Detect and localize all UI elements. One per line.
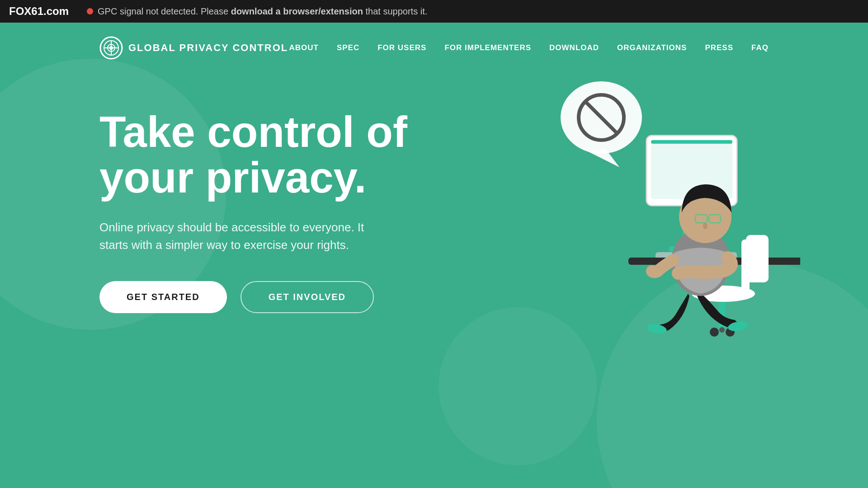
hero-buttons: GET STARTED GET INVOLVED [99, 281, 769, 313]
nav-link-organizations[interactable]: ORGANIZATIONS [617, 43, 687, 52]
hero-section: GLOBAL PRIVACY CONTROL ABOUT SPEC FOR US… [0, 23, 868, 488]
navbar: GLOBAL PRIVACY CONTROL ABOUT SPEC FOR US… [0, 23, 868, 73]
nav-link-for-implementers[interactable]: FOR IMPLEMENTERS [444, 43, 531, 52]
nav-link-for-users[interactable]: FOR USERS [377, 43, 426, 52]
get-involved-button[interactable]: GET INVOLVED [241, 281, 374, 313]
nav-item-faq[interactable]: FAQ [751, 43, 769, 52]
get-started-button[interactable]: GET STARTED [99, 281, 227, 313]
nav-item-organizations[interactable]: ORGANIZATIONS [617, 43, 687, 52]
nav-link-about[interactable]: ABOUT [289, 43, 318, 52]
gpc-notice-text: GPC signal not detected. Please download… [98, 6, 427, 17]
nav-link-download[interactable]: DOWNLOAD [549, 43, 599, 52]
hero-content: Take control of your privacy. Online pri… [0, 73, 868, 313]
nav-links: ABOUT SPEC FOR USERS FOR IMPLEMENTERS DO… [289, 43, 769, 52]
nav-item-spec[interactable]: SPEC [337, 43, 359, 52]
gpc-status-dot [87, 8, 93, 14]
site-name: FOX61.com [9, 5, 69, 18]
logo-area: GLOBAL PRIVACY CONTROL [99, 36, 288, 60]
svg-point-5 [109, 46, 113, 50]
nav-link-press[interactable]: PRESS [705, 43, 733, 52]
nav-item-for-implementers[interactable]: FOR IMPLEMENTERS [444, 43, 531, 52]
logo-icon [99, 36, 123, 60]
hero-subtitle: Online privacy should be accessible to e… [99, 219, 380, 254]
nav-link-spec[interactable]: SPEC [337, 43, 359, 52]
nav-item-about[interactable]: ABOUT [289, 43, 318, 52]
hero-title: Take control of your privacy. [99, 109, 416, 201]
nav-link-faq[interactable]: FAQ [751, 43, 769, 52]
nav-item-download[interactable]: DOWNLOAD [549, 43, 599, 52]
logo-text: GLOBAL PRIVACY CONTROL [128, 42, 288, 54]
top-bar: FOX61.com GPC signal not detected. Pleas… [0, 0, 868, 23]
nav-item-for-users[interactable]: FOR USERS [377, 43, 426, 52]
svg-point-20 [719, 327, 725, 333]
svg-point-18 [710, 328, 719, 337]
nav-item-press[interactable]: PRESS [705, 43, 733, 52]
